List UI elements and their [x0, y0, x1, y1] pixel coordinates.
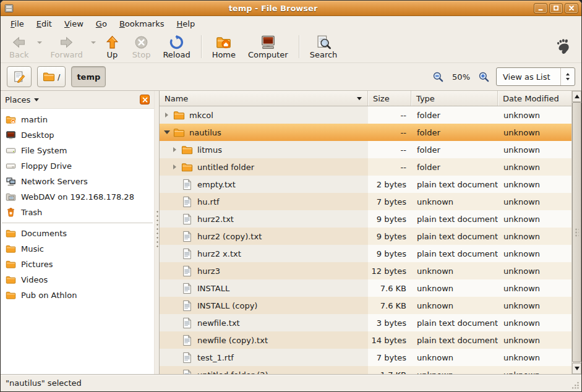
sidebar-item-floppy-drive[interactable]: Floppy Drive: [1, 158, 154, 174]
forward-button[interactable]: Forward: [45, 32, 89, 61]
cell-name: test_1.rtf: [160, 349, 368, 366]
stop-button[interactable]: Stop: [126, 32, 157, 61]
expander-icon[interactable]: [171, 164, 179, 169]
gnome-logo-icon: [554, 38, 570, 56]
cell-type: plain text document: [411, 228, 498, 245]
stop-cross-icon: [134, 35, 149, 50]
zoom-out-button[interactable]: [432, 71, 444, 83]
computer-monitor-icon: [260, 35, 276, 50]
column-header-type[interactable]: Type: [411, 91, 498, 106]
cell-date: unknown: [498, 331, 571, 349]
home-button[interactable]: Home: [206, 32, 242, 61]
sidebar-item-webdav-on-192-168-178-28[interactable]: WebDAV on 192.168.178.28: [1, 189, 154, 205]
column-header-size[interactable]: Size: [368, 91, 411, 106]
close-button[interactable]: [565, 3, 578, 14]
forward-arrow-icon: [59, 35, 74, 50]
dropdown-arrow-icon[interactable]: [35, 32, 45, 61]
titlebar[interactable]: temp - File Browser: [1, 1, 581, 16]
scrollbar-track[interactable]: [572, 102, 581, 363]
menu-item-bookmarks[interactable]: Bookmarks: [113, 17, 171, 30]
folder-icon: [6, 244, 16, 254]
sidebar-item-pictures[interactable]: Pictures: [1, 257, 154, 272]
text-file-icon: [181, 248, 193, 260]
file-browser-window: temp - File Browser FileEditViewGoBookma…: [0, 0, 582, 392]
file-row-install[interactable]: INSTALL 7.6 KB unknown unknown: [160, 279, 571, 297]
cell-date: unknown: [498, 245, 571, 262]
cell-date: unknown: [498, 349, 571, 366]
sidebar-close-button[interactable]: [140, 95, 150, 104]
cell-name: hu.rtf: [160, 193, 368, 210]
cell-size: --: [368, 141, 411, 158]
cell-type: plain text document: [411, 245, 498, 262]
file-row-hurz3[interactable]: hurz3 12 bytes unknown unknown: [160, 262, 571, 279]
column-header-date-modified[interactable]: Date Modified: [498, 91, 571, 106]
up-button[interactable]: Up: [98, 32, 126, 61]
maximize-button[interactable]: [549, 3, 563, 14]
zoom-in-button[interactable]: [478, 71, 490, 83]
file-row-hu-rtf[interactable]: hu.rtf 7 bytes unknown unknown: [160, 193, 571, 210]
file-rows: mkcol -- folder unknown nautilus -- fold…: [160, 106, 571, 374]
sidebar-item-videos[interactable]: Videos: [1, 272, 154, 288]
cell-date: unknown: [498, 314, 571, 331]
sidebar-item-desktop[interactable]: Desktop: [1, 127, 154, 143]
file-row-untitled-folder[interactable]: untitled folder -- folder unknown: [160, 158, 571, 176]
resize-grip[interactable]: [570, 380, 580, 390]
file-row-test-1-rtf[interactable]: test_1.rtf 7 bytes unknown unknown: [160, 349, 571, 366]
cell-name: INSTALL (copy): [160, 297, 368, 314]
menu-item-help[interactable]: Help: [171, 17, 202, 30]
cell-size: 7 bytes: [368, 349, 411, 366]
sidebar-item-pub-on-athlon[interactable]: Pub on Athlon: [1, 288, 154, 303]
computer-button[interactable]: Computer: [242, 32, 294, 61]
file-row-install-copy[interactable]: INSTALL (copy) 7.6 KB unknown unknown: [160, 297, 571, 314]
file-row-untitled-folder-2[interactable]: untitled folder (2) 1.7 KB unknown unkno…: [160, 366, 571, 374]
file-row-mkcol[interactable]: mkcol -- folder unknown: [160, 106, 571, 124]
scrollbar-thumb[interactable]: [572, 102, 581, 362]
file-row-litmus[interactable]: litmus -- folder unknown: [160, 141, 571, 158]
dropdown-arrow-icon[interactable]: [89, 32, 98, 61]
places-sidebar: Places martin Desktop File System Floppy…: [1, 91, 154, 374]
file-row-hurz2-copy-txt[interactable]: hurz2 (copy).txt 9 bytes plain text docu…: [160, 228, 571, 245]
reload-button[interactable]: Reload: [156, 32, 196, 61]
sort-descending-icon: [357, 97, 362, 100]
view-as-select[interactable]: View as List: [496, 67, 575, 86]
menu-item-view[interactable]: View: [58, 17, 90, 30]
file-list: Name Size Type Date Modified mkcol -- fo…: [160, 91, 571, 374]
thumb-grip-icon: [575, 228, 579, 237]
sidebar-item-documents[interactable]: Documents: [1, 226, 154, 241]
menu-item-go[interactable]: Go: [90, 17, 113, 30]
expander-icon[interactable]: [163, 130, 171, 134]
current-folder-label: temp: [77, 72, 100, 82]
back-button[interactable]: Back: [3, 32, 35, 61]
expander-icon[interactable]: [171, 147, 179, 152]
sidebar-item-music[interactable]: Music: [1, 241, 154, 257]
file-row-hurz2-x-txt[interactable]: hurz2 x.txt 9 bytes plain text document …: [160, 245, 571, 262]
search-button[interactable]: Search: [304, 32, 344, 61]
menu-item-file[interactable]: File: [4, 17, 30, 30]
home-folder-icon: [216, 35, 231, 50]
sidebar-item-network-servers[interactable]: Network Servers: [1, 174, 154, 189]
file-row-nautilus[interactable]: nautilus -- folder unknown: [160, 124, 571, 141]
menu-item-edit[interactable]: Edit: [30, 17, 58, 30]
cell-date: unknown: [498, 158, 571, 176]
file-row-newfile-txt[interactable]: newfile.txt 3 bytes plain text document …: [160, 314, 571, 331]
scroll-up-button[interactable]: [572, 91, 581, 102]
minimize-button[interactable]: [534, 3, 547, 14]
edit-location-button[interactable]: [7, 66, 32, 87]
root-path-button[interactable]: /: [37, 66, 66, 87]
sidebar-item-trash[interactable]: Trash: [1, 205, 154, 220]
places-selector[interactable]: Places: [5, 95, 39, 104]
file-row-empty-txt[interactable]: empty.txt 2 bytes plain text document un…: [160, 176, 571, 193]
cell-date: unknown: [498, 210, 571, 228]
combo-spinner-icon[interactable]: [560, 68, 575, 85]
pane-resize-handle[interactable]: [154, 91, 159, 374]
note-pencil-icon: [13, 70, 25, 83]
sidebar-item-file-system[interactable]: File System: [1, 143, 154, 158]
cell-name: untitled folder: [160, 158, 368, 176]
current-folder-button[interactable]: temp: [71, 66, 106, 87]
sidebar-item-martin[interactable]: martin: [1, 112, 154, 127]
expander-icon[interactable]: [163, 113, 171, 117]
file-row-newfile-copy-txt[interactable]: newfile (copy).txt 14 bytes plain text d…: [160, 331, 571, 349]
file-row-hurz2-txt[interactable]: hurz2.txt 9 bytes plain text document un…: [160, 210, 571, 228]
column-header-name[interactable]: Name: [160, 91, 368, 106]
scroll-down-button[interactable]: [572, 363, 581, 374]
